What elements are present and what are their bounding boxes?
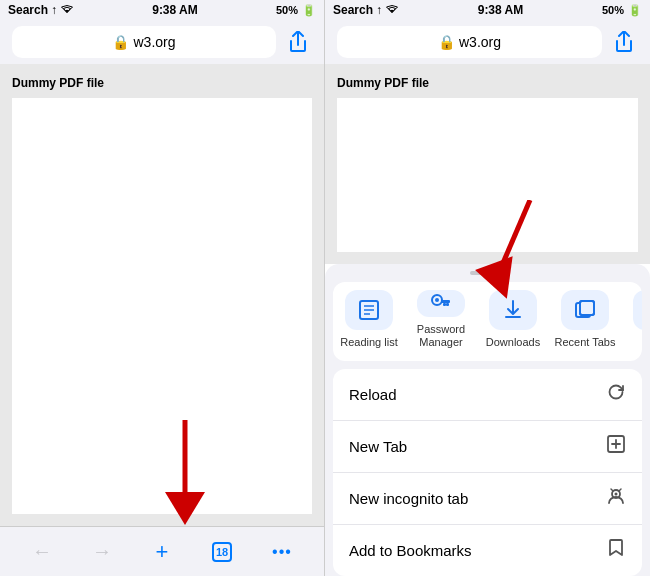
recent-tabs-label: Recent Tabs [555, 336, 616, 349]
right-url-pill[interactable]: 🔒 w3.org [337, 26, 602, 58]
new-tab-button[interactable]: + [142, 532, 182, 572]
bottom-sheet: Reading list Password Manager [325, 264, 650, 576]
menu-item-new-tab[interactable]: New Tab [333, 421, 642, 473]
right-status-right: 50% 🔋 [602, 4, 642, 17]
password-manager-icon [417, 290, 465, 317]
right-signal-arrow: ↑ [376, 3, 382, 17]
sheet-handle [470, 271, 506, 275]
bookmarks-icon [606, 538, 626, 563]
right-share-button[interactable] [610, 28, 638, 56]
left-url-pill[interactable]: 🔒 w3.org [12, 26, 276, 58]
back-button[interactable]: ← [22, 532, 62, 572]
right-address-bar: 🔒 w3.org [325, 20, 650, 64]
svg-line-25 [619, 489, 621, 491]
left-status-right: 50% 🔋 [276, 4, 316, 17]
svg-rect-10 [441, 300, 450, 303]
menu-item-incognito[interactable]: New incognito tab [333, 473, 642, 525]
add-icon: + [156, 539, 169, 565]
svg-line-24 [611, 489, 613, 491]
svg-rect-14 [580, 301, 594, 315]
right-signal-text: Search [333, 3, 373, 17]
left-battery-icon: 🔋 [302, 4, 316, 17]
quick-action-downloads[interactable]: Downloads [477, 290, 549, 349]
left-browser-content: Dummy PDF file [0, 64, 324, 526]
incognito-label: New incognito tab [349, 490, 468, 507]
left-panel: Search ↑ 9:38 AM 50% 🔋 🔒 w3.org [0, 0, 325, 576]
svg-rect-12 [443, 303, 446, 306]
quick-action-reading-list[interactable]: Reading list [333, 290, 405, 349]
right-battery-icon: 🔋 [628, 4, 642, 17]
left-address-bar: 🔒 w3.org [0, 20, 324, 64]
right-status-bar: Search ↑ 9:38 AM 50% 🔋 [325, 0, 650, 20]
reading-list-icon [345, 290, 393, 330]
left-pdf-body [12, 98, 312, 514]
more-button[interactable]: ••• [262, 532, 302, 572]
right-pdf-title: Dummy PDF file [337, 76, 638, 90]
menu-item-reload[interactable]: Reload [333, 369, 642, 421]
new-tab-label: New Tab [349, 438, 407, 455]
bookmarks-label: Add to Bookmarks [349, 542, 472, 559]
left-pdf-title: Dummy PDF file [12, 76, 312, 90]
left-time: 9:38 AM [152, 3, 198, 17]
menu-item-bookmarks[interactable]: Add to Bookmarks [333, 525, 642, 576]
left-lock-icon: 🔒 [112, 34, 129, 50]
tabs-button[interactable]: 18 [202, 532, 242, 572]
tab-count: 18 [216, 546, 228, 558]
incognito-icon [606, 486, 626, 511]
downloads-icon [489, 290, 537, 330]
back-icon: ← [32, 540, 52, 563]
left-status-bar: Search ↑ 9:38 AM 50% 🔋 [0, 0, 324, 20]
quick-action-recent-tabs[interactable]: Recent Tabs [549, 290, 621, 349]
right-browser-content: Dummy PDF file [325, 64, 650, 264]
right-lock-icon: 🔒 [438, 34, 455, 50]
forward-button[interactable]: → [82, 532, 122, 572]
password-manager-label: Password Manager [405, 323, 477, 349]
forward-icon: → [92, 540, 112, 563]
left-battery-pct: 50% [276, 4, 298, 16]
sheet-handle-area [325, 264, 650, 282]
left-wifi-icon [60, 3, 74, 17]
reload-icon [606, 382, 626, 407]
right-battery-pct: 50% [602, 4, 624, 16]
recent-tabs-icon [561, 290, 609, 330]
left-bottom-nav: ← → + 18 ••• [0, 526, 324, 576]
quick-actions-row: Reading list Password Manager [333, 282, 642, 361]
reload-label: Reload [349, 386, 397, 403]
svg-point-9 [435, 298, 439, 302]
left-url-text: w3.org [133, 34, 175, 50]
new-tab-icon [606, 434, 626, 459]
right-url-text: w3.org [459, 34, 501, 50]
more-actions-icon [633, 290, 642, 330]
left-share-button[interactable] [284, 28, 312, 56]
reading-list-label: Reading list [340, 336, 397, 349]
downloads-label: Downloads [486, 336, 540, 349]
more-icon: ••• [272, 543, 292, 561]
quick-action-more[interactable]: In... [621, 290, 642, 349]
right-panel: Search ↑ 9:38 AM 50% 🔋 🔒 w3.org [325, 0, 650, 576]
right-status-left: Search ↑ [333, 3, 399, 17]
tab-count-badge: 18 [212, 542, 232, 562]
menu-items-list: Reload New Tab [333, 369, 642, 576]
svg-point-23 [615, 493, 618, 496]
svg-rect-11 [446, 303, 449, 306]
right-wifi-icon [385, 3, 399, 17]
right-time: 9:38 AM [478, 3, 524, 17]
right-pdf-body [337, 98, 638, 252]
left-signal-arrow: ↑ [51, 3, 57, 17]
quick-action-password-manager[interactable]: Password Manager [405, 290, 477, 349]
left-status-left: Search ↑ [8, 3, 74, 17]
left-signal-text: Search [8, 3, 48, 17]
